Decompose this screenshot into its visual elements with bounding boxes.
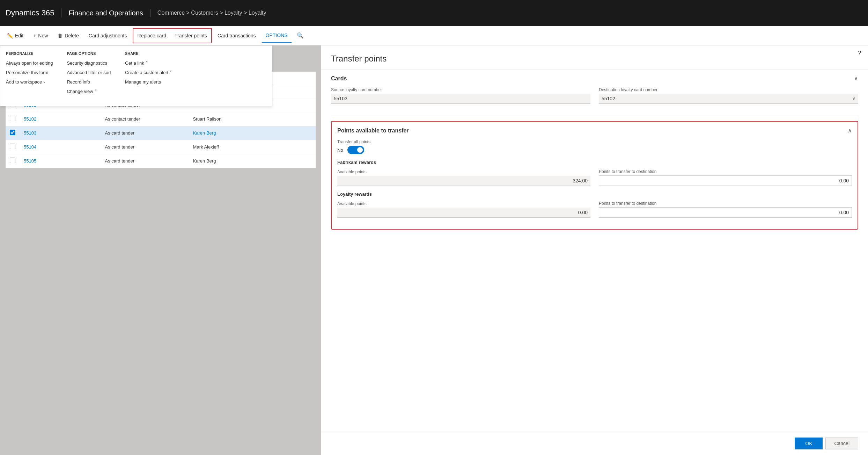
fabrikam-points-row: Available points 324.00 Points to transf…	[337, 169, 852, 186]
points-collapse-button[interactable]: ∧	[848, 127, 852, 134]
fabrikam-available-value: 324.00	[337, 176, 590, 186]
share-title: SHARE	[125, 51, 172, 56]
card-fields-row: Source loyalty card number Destination l…	[331, 87, 858, 104]
search-button[interactable]: 🔍	[293, 29, 307, 43]
share-section: SHARE Get a link ˅ Create a custom alert…	[125, 51, 172, 96]
points-section-title: Points available to transfer	[337, 128, 409, 134]
top-navigation: Dynamics 365 Finance and Operations Comm…	[0, 0, 868, 26]
panel-title: Transfer points	[331, 54, 858, 64]
source-card-label: Source loyalty card number	[331, 87, 590, 92]
points-section-header: Points available to transfer ∧	[337, 127, 852, 134]
row-checkbox-cell	[6, 154, 20, 168]
fabrikam-rewards-title: Fabrikam rewards	[337, 160, 852, 165]
cancel-button[interactable]: Cancel	[825, 438, 858, 449]
personalize-form[interactable]: Personalize this form	[6, 68, 53, 77]
fabrikam-available-field: Available points 324.00	[337, 169, 590, 186]
toggle-thumb	[357, 147, 363, 153]
destination-card-select[interactable]: 55102 55101 100002	[599, 94, 852, 103]
ok-button[interactable]: OK	[795, 438, 823, 449]
loyalty-rewards-title: Loyalty rewards	[337, 192, 852, 197]
row-checkbox[interactable]	[10, 116, 15, 121]
security-diagnostics[interactable]: Security diagnostics	[67, 58, 111, 68]
cards-section-title: Cards	[331, 75, 347, 82]
customer-name-cell: Karen Berg	[189, 154, 316, 168]
get-a-link[interactable]: Get a link ˅	[125, 58, 172, 68]
transfer-points-label: Transfer points	[175, 33, 207, 38]
customer-name-cell: Mark Alexieff	[189, 140, 316, 154]
source-card-field: Source loyalty card number	[331, 87, 590, 104]
create-custom-alert[interactable]: Create a custom alert ˅	[125, 68, 172, 77]
advanced-filter[interactable]: Advanced filter or sort	[67, 68, 111, 77]
plus-icon: +	[33, 33, 36, 38]
fabrikam-transfer-label: Points to transfer to destination	[599, 169, 852, 174]
edit-label: Edit	[15, 33, 23, 38]
row-checkbox[interactable]	[10, 144, 15, 149]
transfer-points-button[interactable]: Transfer points	[170, 29, 211, 43]
search-icon: 🔍	[297, 32, 304, 39]
new-button[interactable]: + New	[29, 29, 52, 43]
row-checkbox-cell	[6, 126, 20, 140]
fabrikam-transfer-input[interactable]	[599, 175, 852, 186]
record-info[interactable]: Record info	[67, 77, 111, 87]
help-button[interactable]: ?	[858, 50, 861, 57]
options-button[interactable]: OPTIONS	[262, 29, 292, 43]
loyalty-transfer-field: Points to transfer to destination	[599, 201, 852, 218]
destination-select-wrapper: 55102 55101 100002 ∨	[599, 94, 858, 104]
card-adjustments-label: Card adjustments	[89, 33, 127, 38]
table-row: 55102As contact tenderStuart Railson	[6, 112, 316, 126]
replace-card-button[interactable]: Replace card	[133, 29, 171, 43]
row-checkbox[interactable]	[10, 158, 15, 163]
new-label: New	[38, 33, 48, 38]
card-adjustments-button[interactable]: Card adjustments	[84, 29, 131, 43]
card-number-cell[interactable]: 55104	[20, 140, 101, 154]
loyalty-transfer-label: Points to transfer to destination	[599, 201, 852, 206]
card-number-cell[interactable]: 55102	[20, 112, 101, 126]
loyalty-available-value: 0.00	[337, 208, 590, 218]
personalize-title: PERSONALIZE	[6, 51, 53, 56]
toggle-state-label: No	[337, 147, 343, 153]
replace-card-label: Replace card	[138, 33, 167, 38]
customer-name-cell: Karen Berg	[189, 126, 316, 140]
loyalty-available-field: Available points 0.00	[337, 201, 590, 218]
cards-section-header: Cards ∧	[331, 75, 858, 82]
card-type-cell: As card tender	[101, 126, 189, 140]
table-row: 55104As card tenderMark Alexieff	[6, 140, 316, 154]
source-card-input[interactable]	[331, 94, 590, 104]
page-options-section: PAGE OPTIONS Security diagnostics Advanc…	[67, 51, 111, 96]
table-row: 55103As card tenderKaren Berg	[6, 126, 316, 140]
cards-collapse-button[interactable]: ∧	[854, 75, 858, 82]
always-open-editing[interactable]: Always open for editing	[6, 58, 53, 68]
change-view[interactable]: Change view ˅	[67, 87, 111, 96]
row-checkbox[interactable]	[10, 130, 15, 135]
loyalty-transfer-input[interactable]	[599, 207, 852, 218]
row-checkbox-cell	[6, 140, 20, 154]
loyalty-points-row: Available points 0.00 Points to transfer…	[337, 201, 852, 218]
delete-label: Delete	[65, 33, 79, 38]
personalize-section: PERSONALIZE Always open for editing Pers…	[6, 51, 53, 96]
fabrikam-rewards-group: Fabrikam rewards Available points 324.00…	[337, 160, 852, 186]
panel-header: Transfer points	[321, 45, 868, 70]
breadcrumb: Commerce > Customers > Loyalty > Loyalty	[157, 10, 266, 16]
loyalty-rewards-group: Loyalty rewards Available points 0.00 Po…	[337, 192, 852, 218]
transfer-all-toggle[interactable]	[347, 146, 364, 154]
transfer-all-label: Transfer all points	[337, 139, 852, 144]
edit-icon: ✏️	[7, 33, 13, 38]
manage-alerts[interactable]: Manage my alerts	[125, 77, 172, 87]
toggle-row: No	[337, 146, 852, 154]
panel-body: Cards ∧ Source loyalty card number Desti…	[321, 70, 868, 432]
card-type-cell: As contact tender	[101, 112, 189, 126]
select-chevron-icon: ∨	[852, 96, 858, 101]
table-row: 55105As card tenderKaren Berg	[6, 154, 316, 168]
card-number-cell[interactable]: 55103	[20, 126, 101, 140]
delete-button[interactable]: 🗑 Delete	[53, 29, 83, 43]
card-transactions-label: Card transactions	[218, 33, 256, 38]
transfer-points-panel: Transfer points ? Cards ∧ Source loyalty…	[321, 45, 868, 455]
card-transactions-button[interactable]: Card transactions	[213, 29, 260, 43]
fabrikam-available-label: Available points	[337, 169, 590, 174]
destination-card-field: Destination loyalty card number 55102 55…	[599, 87, 858, 104]
add-to-workspace[interactable]: Add to workspace ›	[6, 77, 53, 87]
page-options-title: PAGE OPTIONS	[67, 51, 111, 56]
chevron-right-icon: ›	[43, 79, 45, 85]
edit-button[interactable]: ✏️ Edit	[3, 29, 28, 43]
card-number-cell[interactable]: 55105	[20, 154, 101, 168]
